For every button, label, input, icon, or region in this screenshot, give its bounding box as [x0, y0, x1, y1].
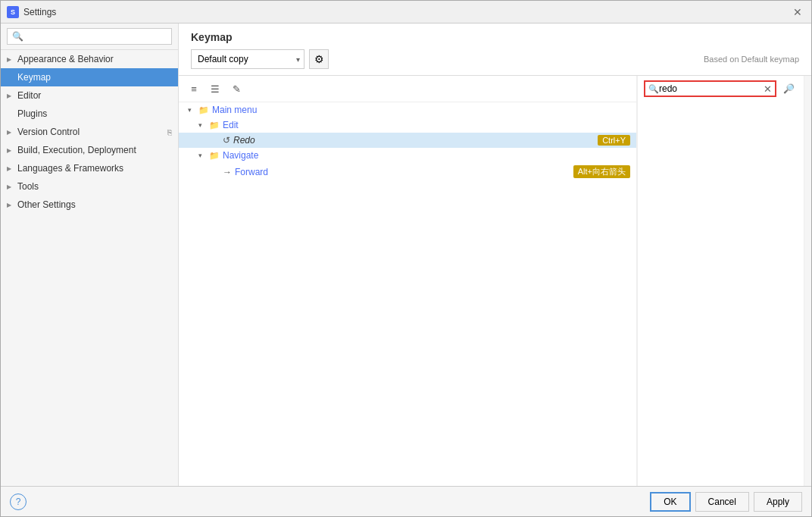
sidebar: ▶ Appearance & Behavior Keymap ▶ Editor … — [1, 24, 179, 486]
main-header: Keymap Default copy ⚙ Based on Default k… — [179, 24, 811, 76]
scrollbar[interactable] — [804, 76, 811, 486]
sidebar-item-label: Build, Execution, Deployment — [17, 145, 136, 155]
folder-icon: 📁 — [198, 105, 209, 115]
sidebar-item-label: Keymap — [17, 72, 51, 83]
titlebar: S Settings ✕ — [1, 1, 811, 24]
keymap-tree: ▾ 📁 Main menu ▾ 📁 Edit — [179, 102, 636, 180]
sidebar-item-label: Tools — [17, 181, 39, 192]
cancel-button[interactable]: Cancel — [695, 492, 749, 512]
keymap-toolbar: Default copy ⚙ Based on Default keymap — [191, 49, 799, 69]
sidebar-item-label: Version Control — [17, 127, 80, 137]
copy-icon: ⎘ — [167, 128, 172, 136]
sidebar-item-editor[interactable]: ▶ Editor — [1, 86, 178, 105]
sidebar-item-tools[interactable]: ▶ Tools — [1, 177, 178, 196]
sidebar-item-label: Other Settings — [17, 199, 76, 210]
apply-button[interactable]: Apply — [754, 492, 802, 512]
sidebar-item-build[interactable]: ▶ Build, Execution, Deployment — [1, 141, 178, 159]
sidebar-item-label: Editor — [17, 90, 41, 101]
search-icon: 🔍 — [648, 84, 659, 94]
keymap-search-input[interactable] — [659, 83, 764, 94]
keymap-select[interactable]: Default copy — [191, 49, 304, 69]
search-panel: 🔍 ✕ 🔎 — [637, 76, 804, 486]
expand-arrow: ▾ — [198, 121, 209, 129]
search-input-box: 🔍 ✕ — [644, 80, 776, 97]
sidebar-item-version-control[interactable]: ▶ Version Control ⎘ — [1, 123, 178, 141]
edit-button[interactable]: ✎ — [227, 80, 245, 97]
close-button[interactable]: ✕ — [790, 5, 805, 20]
bottom-bar: ? OK Cancel Apply — [1, 486, 811, 516]
keymap-body: ≡ ☰ ✎ ▾ 📁 Main menu — [179, 76, 811, 486]
arrow-icon: ▶ — [7, 92, 14, 99]
tree-item-redo[interactable]: ↺ Redo Ctrl+Y — [179, 133, 636, 148]
ok-button[interactable]: OK — [650, 492, 690, 512]
folder-icon: 📁 — [209, 121, 220, 130]
tree-item-label: Redo — [233, 135, 255, 146]
arrow-icon: ▶ — [7, 165, 14, 172]
page-title: Keymap — [191, 31, 799, 43]
tree-item-forward[interactable]: → Forward Alt+向右箭头 — [179, 163, 636, 180]
search-input-wrapper: 🔍 ✕ 🔎 — [638, 76, 804, 102]
shortcut-badge: Ctrl+Y — [598, 135, 630, 146]
arrow-icon: ▶ — [7, 202, 14, 208]
sidebar-search — [1, 24, 178, 50]
clear-search-button[interactable]: ✕ — [764, 84, 772, 94]
keymap-tree-panel: ≡ ☰ ✎ ▾ 📁 Main menu — [179, 76, 637, 486]
tree-item-label: Forward — [235, 167, 268, 177]
window-title: Settings — [23, 7, 56, 17]
sidebar-item-other-settings[interactable]: ▶ Other Settings — [1, 196, 178, 214]
gear-button[interactable]: ⚙ — [309, 49, 329, 69]
tree-item-label: Edit — [223, 120, 239, 130]
arrow-icon: ▶ — [7, 147, 14, 154]
arrow-icon: ▶ — [7, 183, 14, 190]
redo-arrow-icon: ↺ — [223, 135, 230, 146]
tree-item-main-menu[interactable]: ▾ 📁 Main menu — [179, 102, 636, 118]
arrow-icon: ▶ — [7, 129, 14, 136]
based-on-label: Based on Default keymap — [704, 55, 799, 64]
expand-arrow: ▾ — [198, 152, 209, 159]
sidebar-item-languages[interactable]: ▶ Languages & Frameworks — [1, 159, 178, 177]
forward-arrow-icon: → — [223, 167, 232, 177]
tree-toolbar: ≡ ☰ ✎ — [179, 76, 636, 102]
arrow-icon: ▶ — [7, 56, 14, 63]
expand-all-button[interactable]: ≡ — [185, 80, 203, 97]
titlebar-left: S Settings — [7, 6, 56, 18]
sidebar-search-input[interactable] — [7, 28, 172, 45]
sidebar-item-label: Languages & Frameworks — [17, 163, 123, 174]
sidebar-item-plugins[interactable]: Plugins — [1, 105, 178, 123]
sidebar-item-keymap[interactable]: Keymap — [1, 68, 178, 86]
tree-item-label: Main menu — [212, 105, 257, 115]
tree-item-navigate[interactable]: ▾ 📁 Navigate — [179, 148, 636, 163]
shortcut-badge: Alt+向右箭头 — [573, 165, 630, 178]
tree-item-edit[interactable]: ▾ 📁 Edit — [179, 118, 636, 133]
sidebar-item-appearance[interactable]: ▶ Appearance & Behavior — [1, 50, 178, 68]
settings-window: S Settings ✕ ▶ Appearance & Behavior Key… — [0, 0, 812, 517]
keymap-select-wrapper: Default copy — [191, 49, 304, 69]
help-button[interactable]: ? — [10, 494, 27, 510]
main-panel: Keymap Default copy ⚙ Based on Default k… — [179, 24, 811, 486]
sidebar-item-label: Plugins — [17, 108, 47, 119]
expand-arrow: ▾ — [188, 106, 198, 114]
folder-icon: 📁 — [209, 151, 220, 161]
sidebar-item-label: Appearance & Behavior — [17, 54, 114, 64]
find-usages-button[interactable]: 🔎 — [779, 80, 798, 97]
content-area: ▶ Appearance & Behavior Keymap ▶ Editor … — [1, 24, 811, 486]
collapse-all-button[interactable]: ☰ — [206, 80, 224, 97]
tree-item-label: Navigate — [223, 150, 258, 161]
app-icon: S — [7, 6, 19, 18]
